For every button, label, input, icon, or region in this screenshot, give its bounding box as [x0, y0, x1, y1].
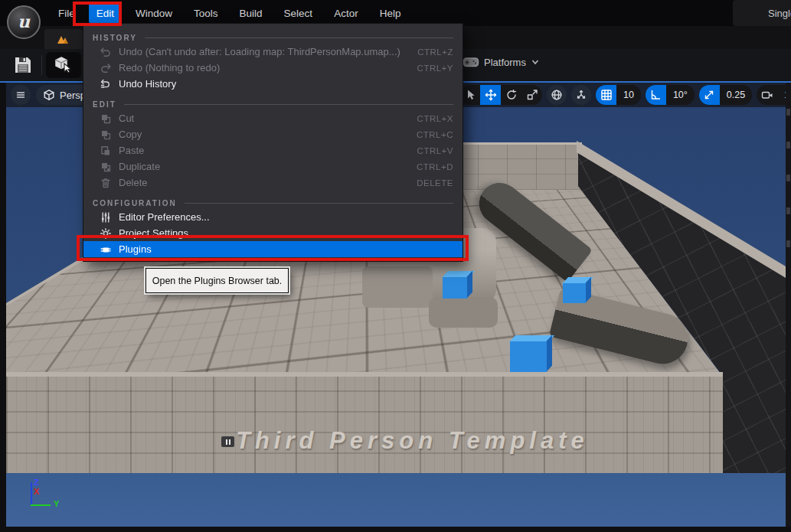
menubar-item-window[interactable]: Window	[128, 4, 180, 23]
menu-item-shortcut: CTRL+Z	[417, 47, 453, 57]
move-tool-button[interactable]	[480, 85, 501, 105]
undo-icon	[99, 45, 112, 58]
level-tab-icon	[57, 34, 70, 44]
redo-icon	[99, 61, 112, 74]
axis-z-label: Z	[34, 478, 39, 487]
menu-item-label: Undo History	[119, 78, 453, 90]
axis-gizmo: Z X Y	[25, 478, 86, 516]
menubar-item-select[interactable]: Select	[276, 4, 321, 23]
water-plane	[6, 473, 786, 527]
delete-icon	[99, 176, 112, 189]
menu-item-label: Delete	[119, 177, 417, 188]
menu-item-delete[interactable]: DeleteDELETE	[83, 175, 463, 191]
menu-item-label: Copy	[119, 129, 417, 140]
undo-history-icon	[99, 77, 112, 90]
angle-snap-control: 10°	[646, 85, 695, 105]
save-button[interactable]	[9, 54, 37, 77]
menu-item-shortcut: CTRL+D	[417, 162, 453, 171]
menu-item-shortcut: CTRL+Y	[417, 64, 453, 73]
surface-snap-button[interactable]	[571, 85, 591, 105]
menu-item-copy[interactable]: CopyCTRL+C	[83, 126, 463, 142]
menu-item-label: Cut	[119, 113, 417, 124]
layout-chip[interactable]: Single	[733, 0, 791, 26]
menu-item-undo-can-t-undo-after-lo[interactable]: Undo (Can't undo after: Loading map: Thi…	[83, 44, 463, 60]
viewport-bottom-border	[0, 527, 791, 532]
menu-item-shortcut: CTRL+C	[417, 130, 453, 139]
floor-title-text: Third Person Template	[236, 427, 589, 455]
hamburger-icon	[15, 89, 27, 101]
text-actor-badge	[221, 436, 234, 447]
blue-cube-mesh	[443, 277, 467, 299]
right-panel-tab-strip[interactable]	[786, 83, 791, 532]
scale-tool-button[interactable]	[521, 85, 542, 105]
menu-item-label: Redo (Nothing to redo)	[119, 62, 417, 73]
blue-cube-mesh	[563, 283, 586, 303]
chevron-down-icon	[531, 57, 540, 67]
angle-snap-icon[interactable]	[646, 85, 666, 105]
axis-x-label: X	[34, 487, 39, 496]
axis-y-label: Y	[54, 499, 59, 508]
menu-item-paste[interactable]: PasteCTRL+V	[83, 142, 463, 158]
menubar-item-help[interactable]: Help	[372, 4, 409, 23]
menu-section-header: EDIT	[93, 98, 453, 110]
annotation-box-edit	[73, 2, 122, 26]
menu-section-header: CONFIGURATION	[93, 197, 453, 209]
layout-chip-label: Single	[768, 8, 791, 19]
gray-platform	[362, 266, 433, 308]
grid-snap-control: 10	[596, 85, 641, 105]
viewport-options-button[interactable]	[11, 85, 31, 105]
select-mode-icon	[54, 56, 74, 74]
menu-item-duplicate[interactable]: DuplicateCTRL+D	[83, 158, 463, 175]
paste-icon	[99, 144, 112, 157]
viewport-left-border	[0, 83, 6, 532]
menu-item-label: Paste	[119, 145, 417, 156]
menu-item-shortcut: CTRL+X	[417, 114, 453, 123]
menubar-item-tools[interactable]: Tools	[186, 4, 226, 23]
menu-item-label: Undo (Can't undo after: Loading map: Thi…	[119, 46, 417, 57]
unreal-logo-icon[interactable]: u	[7, 5, 41, 39]
cube-icon	[43, 89, 55, 101]
menu-item-label: Editor Preferences...	[119, 211, 453, 223]
menu-item-shortcut: DELETE	[417, 178, 453, 188]
annotation-box-plugins	[77, 235, 469, 261]
grid-snap-value[interactable]: 10	[616, 85, 641, 105]
menu-item-shortcut: CTRL+V	[417, 146, 453, 155]
select-mode-button[interactable]	[46, 52, 81, 78]
gamepad-icon	[463, 55, 479, 69]
menu-item-redo-nothing-to-redo[interactable]: Redo (Nothing to redo)CTRL+Y	[83, 60, 463, 76]
toolbar-separator	[41, 55, 42, 75]
menu-item-undo-history[interactable]: Undo History	[83, 76, 463, 92]
camera-speed-icon[interactable]	[757, 85, 777, 105]
angle-snap-value[interactable]: 10°	[666, 85, 695, 105]
cut-icon	[99, 112, 112, 125]
surface-snap-icon	[575, 89, 587, 101]
level-tab[interactable]	[44, 29, 83, 49]
scale-snap-value[interactable]: 0.25	[720, 85, 752, 105]
menu-item-editor-preferences[interactable]: Editor Preferences...	[83, 209, 463, 225]
copy-icon	[99, 128, 112, 141]
mouse-cursor	[280, 297, 297, 314]
menu-item-cut[interactable]: CutCTRL+X	[83, 110, 463, 126]
scale-snap-control: 0.25	[699, 85, 752, 105]
tooltip-text: Open the Plugins Browser tab.	[152, 276, 283, 286]
platforms-label: Platforms	[484, 57, 526, 68]
gray-platform	[429, 297, 498, 328]
edit-menu: HISTORYUndo (Can't undo after: Loading m…	[83, 23, 463, 262]
tooltip: Open the Plugins Browser tab.	[145, 268, 289, 293]
grid-snap-icon[interactable]	[596, 85, 616, 105]
menu-section-header: HISTORY	[93, 31, 453, 44]
blue-cube-mesh	[510, 341, 547, 372]
transform-tools	[459, 85, 542, 105]
rotate-tool-button[interactable]	[501, 85, 521, 105]
platforms-dropdown[interactable]: Platforms	[463, 55, 540, 69]
globe-icon	[551, 89, 563, 101]
sliders-icon	[99, 211, 112, 224]
menu-item-label: Duplicate	[119, 161, 417, 172]
perspective-label: Persp	[60, 90, 86, 101]
menubar-item-actor[interactable]: Actor	[326, 4, 366, 23]
platform-front-face: Third Person Template	[6, 377, 723, 475]
menubar-item-build[interactable]: Build	[232, 4, 270, 23]
coordinate-system-button[interactable]	[547, 85, 567, 105]
save-icon	[13, 56, 33, 74]
scale-snap-icon[interactable]	[699, 85, 720, 105]
